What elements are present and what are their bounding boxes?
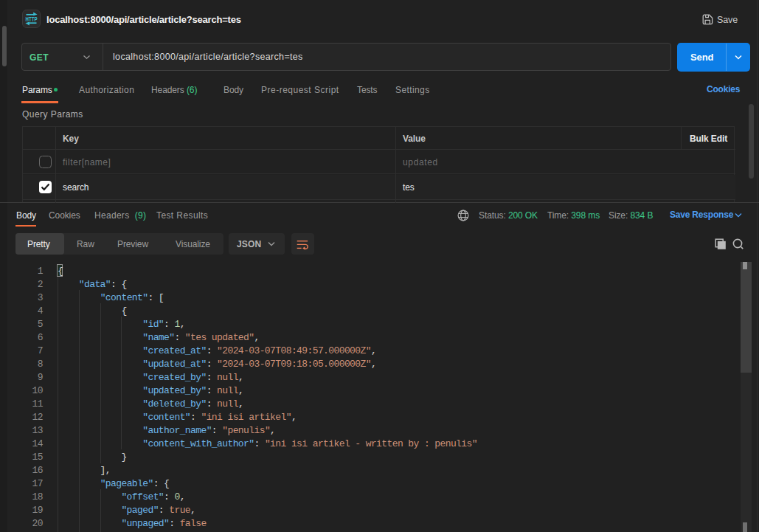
svg-text:HTTP: HTTP bbox=[26, 15, 38, 23]
